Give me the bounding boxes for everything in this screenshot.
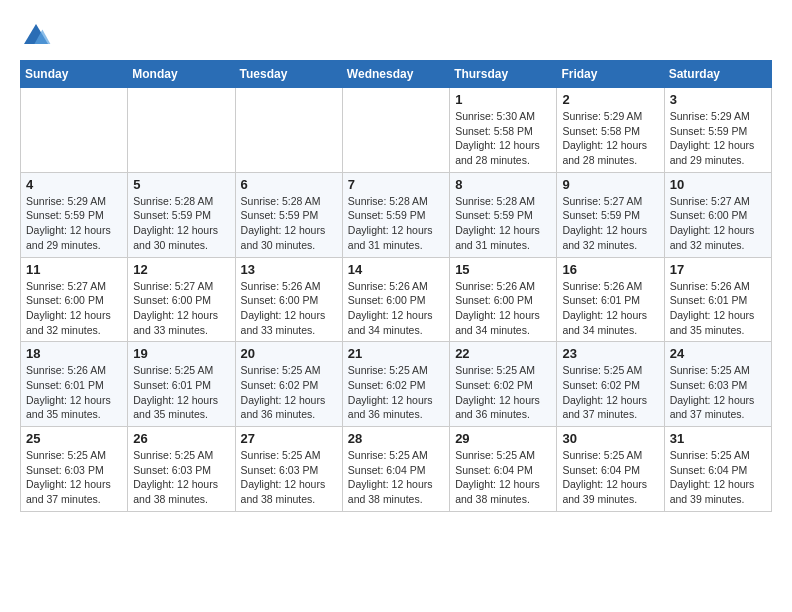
calendar-day-cell: 22Sunrise: 5:25 AM Sunset: 6:02 PM Dayli… bbox=[450, 342, 557, 427]
day-info: Sunrise: 5:25 AM Sunset: 6:04 PM Dayligh… bbox=[455, 448, 551, 507]
day-info: Sunrise: 5:25 AM Sunset: 6:04 PM Dayligh… bbox=[562, 448, 658, 507]
day-info: Sunrise: 5:28 AM Sunset: 5:59 PM Dayligh… bbox=[455, 194, 551, 253]
weekday-header-cell: Sunday bbox=[21, 61, 128, 88]
day-number: 1 bbox=[455, 92, 551, 107]
day-number: 23 bbox=[562, 346, 658, 361]
weekday-header-cell: Monday bbox=[128, 61, 235, 88]
day-number: 9 bbox=[562, 177, 658, 192]
calendar-day-cell: 4Sunrise: 5:29 AM Sunset: 5:59 PM Daylig… bbox=[21, 172, 128, 257]
day-number: 13 bbox=[241, 262, 337, 277]
day-info: Sunrise: 5:26 AM Sunset: 6:00 PM Dayligh… bbox=[348, 279, 444, 338]
day-info: Sunrise: 5:25 AM Sunset: 6:04 PM Dayligh… bbox=[670, 448, 766, 507]
calendar-day-cell: 5Sunrise: 5:28 AM Sunset: 5:59 PM Daylig… bbox=[128, 172, 235, 257]
day-info: Sunrise: 5:25 AM Sunset: 6:03 PM Dayligh… bbox=[26, 448, 122, 507]
calendar-day-cell: 9Sunrise: 5:27 AM Sunset: 5:59 PM Daylig… bbox=[557, 172, 664, 257]
calendar-day-cell: 24Sunrise: 5:25 AM Sunset: 6:03 PM Dayli… bbox=[664, 342, 771, 427]
day-number: 26 bbox=[133, 431, 229, 446]
day-info: Sunrise: 5:27 AM Sunset: 6:00 PM Dayligh… bbox=[133, 279, 229, 338]
day-number: 21 bbox=[348, 346, 444, 361]
calendar-day-cell bbox=[21, 88, 128, 173]
calendar-week-row: 25Sunrise: 5:25 AM Sunset: 6:03 PM Dayli… bbox=[21, 427, 772, 512]
day-info: Sunrise: 5:29 AM Sunset: 5:59 PM Dayligh… bbox=[670, 109, 766, 168]
day-info: Sunrise: 5:26 AM Sunset: 6:01 PM Dayligh… bbox=[562, 279, 658, 338]
day-number: 16 bbox=[562, 262, 658, 277]
day-info: Sunrise: 5:25 AM Sunset: 6:02 PM Dayligh… bbox=[562, 363, 658, 422]
day-info: Sunrise: 5:25 AM Sunset: 6:04 PM Dayligh… bbox=[348, 448, 444, 507]
day-number: 20 bbox=[241, 346, 337, 361]
weekday-header-cell: Tuesday bbox=[235, 61, 342, 88]
day-number: 28 bbox=[348, 431, 444, 446]
calendar-day-cell bbox=[235, 88, 342, 173]
day-number: 18 bbox=[26, 346, 122, 361]
calendar-day-cell: 11Sunrise: 5:27 AM Sunset: 6:00 PM Dayli… bbox=[21, 257, 128, 342]
day-info: Sunrise: 5:25 AM Sunset: 6:01 PM Dayligh… bbox=[133, 363, 229, 422]
day-number: 27 bbox=[241, 431, 337, 446]
day-info: Sunrise: 5:26 AM Sunset: 6:01 PM Dayligh… bbox=[670, 279, 766, 338]
day-number: 24 bbox=[670, 346, 766, 361]
day-info: Sunrise: 5:25 AM Sunset: 6:02 PM Dayligh… bbox=[241, 363, 337, 422]
day-info: Sunrise: 5:29 AM Sunset: 5:59 PM Dayligh… bbox=[26, 194, 122, 253]
day-number: 8 bbox=[455, 177, 551, 192]
day-info: Sunrise: 5:25 AM Sunset: 6:02 PM Dayligh… bbox=[348, 363, 444, 422]
day-info: Sunrise: 5:25 AM Sunset: 6:02 PM Dayligh… bbox=[455, 363, 551, 422]
day-number: 4 bbox=[26, 177, 122, 192]
weekday-header-row: SundayMondayTuesdayWednesdayThursdayFrid… bbox=[21, 61, 772, 88]
day-number: 14 bbox=[348, 262, 444, 277]
day-info: Sunrise: 5:26 AM Sunset: 6:01 PM Dayligh… bbox=[26, 363, 122, 422]
day-number: 11 bbox=[26, 262, 122, 277]
day-info: Sunrise: 5:28 AM Sunset: 5:59 PM Dayligh… bbox=[133, 194, 229, 253]
day-info: Sunrise: 5:29 AM Sunset: 5:58 PM Dayligh… bbox=[562, 109, 658, 168]
day-number: 22 bbox=[455, 346, 551, 361]
calendar-day-cell: 31Sunrise: 5:25 AM Sunset: 6:04 PM Dayli… bbox=[664, 427, 771, 512]
day-number: 17 bbox=[670, 262, 766, 277]
calendar-day-cell: 23Sunrise: 5:25 AM Sunset: 6:02 PM Dayli… bbox=[557, 342, 664, 427]
day-info: Sunrise: 5:28 AM Sunset: 5:59 PM Dayligh… bbox=[241, 194, 337, 253]
day-info: Sunrise: 5:30 AM Sunset: 5:58 PM Dayligh… bbox=[455, 109, 551, 168]
calendar-day-cell bbox=[342, 88, 449, 173]
calendar-day-cell: 30Sunrise: 5:25 AM Sunset: 6:04 PM Dayli… bbox=[557, 427, 664, 512]
day-info: Sunrise: 5:28 AM Sunset: 5:59 PM Dayligh… bbox=[348, 194, 444, 253]
calendar-day-cell: 1Sunrise: 5:30 AM Sunset: 5:58 PM Daylig… bbox=[450, 88, 557, 173]
calendar-day-cell: 25Sunrise: 5:25 AM Sunset: 6:03 PM Dayli… bbox=[21, 427, 128, 512]
day-number: 19 bbox=[133, 346, 229, 361]
calendar-table: SundayMondayTuesdayWednesdayThursdayFrid… bbox=[20, 60, 772, 512]
calendar-day-cell: 19Sunrise: 5:25 AM Sunset: 6:01 PM Dayli… bbox=[128, 342, 235, 427]
day-info: Sunrise: 5:26 AM Sunset: 6:00 PM Dayligh… bbox=[455, 279, 551, 338]
calendar-day-cell: 7Sunrise: 5:28 AM Sunset: 5:59 PM Daylig… bbox=[342, 172, 449, 257]
logo bbox=[20, 20, 56, 52]
weekday-header-cell: Wednesday bbox=[342, 61, 449, 88]
calendar-day-cell: 10Sunrise: 5:27 AM Sunset: 6:00 PM Dayli… bbox=[664, 172, 771, 257]
calendar-day-cell: 3Sunrise: 5:29 AM Sunset: 5:59 PM Daylig… bbox=[664, 88, 771, 173]
day-number: 29 bbox=[455, 431, 551, 446]
calendar-body: 1Sunrise: 5:30 AM Sunset: 5:58 PM Daylig… bbox=[21, 88, 772, 512]
day-info: Sunrise: 5:26 AM Sunset: 6:00 PM Dayligh… bbox=[241, 279, 337, 338]
calendar-day-cell: 13Sunrise: 5:26 AM Sunset: 6:00 PM Dayli… bbox=[235, 257, 342, 342]
day-info: Sunrise: 5:27 AM Sunset: 6:00 PM Dayligh… bbox=[670, 194, 766, 253]
calendar-week-row: 11Sunrise: 5:27 AM Sunset: 6:00 PM Dayli… bbox=[21, 257, 772, 342]
calendar-day-cell: 2Sunrise: 5:29 AM Sunset: 5:58 PM Daylig… bbox=[557, 88, 664, 173]
day-number: 15 bbox=[455, 262, 551, 277]
calendar-day-cell: 15Sunrise: 5:26 AM Sunset: 6:00 PM Dayli… bbox=[450, 257, 557, 342]
calendar-day-cell: 28Sunrise: 5:25 AM Sunset: 6:04 PM Dayli… bbox=[342, 427, 449, 512]
calendar-day-cell: 26Sunrise: 5:25 AM Sunset: 6:03 PM Dayli… bbox=[128, 427, 235, 512]
weekday-header-cell: Thursday bbox=[450, 61, 557, 88]
calendar-day-cell: 17Sunrise: 5:26 AM Sunset: 6:01 PM Dayli… bbox=[664, 257, 771, 342]
day-number: 6 bbox=[241, 177, 337, 192]
day-number: 7 bbox=[348, 177, 444, 192]
day-number: 30 bbox=[562, 431, 658, 446]
calendar-day-cell: 27Sunrise: 5:25 AM Sunset: 6:03 PM Dayli… bbox=[235, 427, 342, 512]
day-number: 5 bbox=[133, 177, 229, 192]
calendar-day-cell bbox=[128, 88, 235, 173]
day-info: Sunrise: 5:25 AM Sunset: 6:03 PM Dayligh… bbox=[241, 448, 337, 507]
page-header bbox=[20, 20, 772, 52]
calendar-week-row: 4Sunrise: 5:29 AM Sunset: 5:59 PM Daylig… bbox=[21, 172, 772, 257]
calendar-day-cell: 21Sunrise: 5:25 AM Sunset: 6:02 PM Dayli… bbox=[342, 342, 449, 427]
day-number: 10 bbox=[670, 177, 766, 192]
calendar-day-cell: 20Sunrise: 5:25 AM Sunset: 6:02 PM Dayli… bbox=[235, 342, 342, 427]
calendar-week-row: 18Sunrise: 5:26 AM Sunset: 6:01 PM Dayli… bbox=[21, 342, 772, 427]
day-info: Sunrise: 5:25 AM Sunset: 6:03 PM Dayligh… bbox=[670, 363, 766, 422]
calendar-day-cell: 6Sunrise: 5:28 AM Sunset: 5:59 PM Daylig… bbox=[235, 172, 342, 257]
calendar-day-cell: 8Sunrise: 5:28 AM Sunset: 5:59 PM Daylig… bbox=[450, 172, 557, 257]
day-number: 25 bbox=[26, 431, 122, 446]
day-info: Sunrise: 5:27 AM Sunset: 6:00 PM Dayligh… bbox=[26, 279, 122, 338]
